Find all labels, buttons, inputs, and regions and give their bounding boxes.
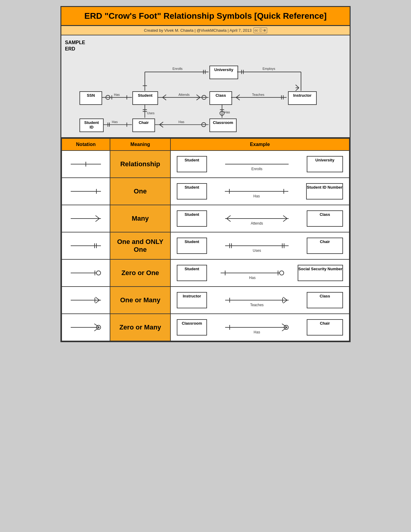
svg-line-73 bbox=[227, 219, 231, 222]
svg-line-29 bbox=[296, 85, 299, 88]
table-row: One or ManyInstructorTeachesClass bbox=[62, 287, 349, 314]
notation-cell bbox=[62, 151, 110, 178]
svg-line-46 bbox=[160, 122, 163, 125]
svg-line-13 bbox=[196, 97, 200, 100]
svg-line-100 bbox=[283, 297, 287, 300]
svg-line-35 bbox=[236, 97, 240, 100]
entity-class: Class bbox=[209, 91, 232, 105]
example-area: StudentHasStudent ID Number bbox=[177, 182, 343, 200]
example-right-entity: Class bbox=[307, 210, 343, 227]
meaning-cell: Zero or One bbox=[110, 259, 170, 287]
svg-text:Has: Has bbox=[114, 93, 120, 96]
header-example: Example bbox=[170, 138, 349, 151]
svg-text:Teaches: Teaches bbox=[252, 93, 264, 96]
example-left-entity: Student bbox=[177, 210, 207, 227]
table-row: Zero or ManyClassroomHasChair bbox=[62, 314, 349, 341]
example-cell: StudentHasStudent ID Number bbox=[170, 178, 349, 205]
svg-text:Attends: Attends bbox=[179, 93, 190, 96]
example-cell: InstructorTeachesClass bbox=[170, 287, 349, 314]
svg-line-66 bbox=[95, 219, 99, 222]
example-connector: Attends bbox=[207, 209, 307, 228]
table-row: Zero or OneStudentHasSocial Security Num… bbox=[62, 259, 349, 287]
svg-text:Has: Has bbox=[253, 194, 260, 198]
notation-cell bbox=[62, 205, 110, 232]
example-connector: Enrolls bbox=[207, 155, 307, 173]
example-connector: Uses bbox=[207, 237, 307, 255]
svg-line-101 bbox=[283, 300, 287, 303]
svg-line-15 bbox=[163, 95, 166, 97]
svg-line-12 bbox=[196, 95, 200, 97]
example-area: StudentAttendsClass bbox=[177, 209, 343, 228]
subtitle-bar: Created by Vivek M. Chawla | @VivekMChaw… bbox=[61, 26, 350, 35]
entity-ssn: SSN bbox=[79, 91, 102, 105]
notation-cell bbox=[62, 287, 110, 314]
example-connector: Teaches bbox=[207, 291, 307, 309]
table-row: RelationshipStudentEnrollsUniversity bbox=[62, 151, 349, 178]
svg-point-1 bbox=[106, 95, 110, 99]
example-cell: ClassroomHasChair bbox=[170, 314, 349, 341]
example-left-entity: Student bbox=[177, 265, 207, 281]
example-area: ClassroomHasChair bbox=[177, 318, 343, 336]
svg-text:Teaches: Teaches bbox=[250, 303, 264, 307]
page-title: ERD "Crow's Foot" Relationship Symbols [… bbox=[67, 11, 344, 21]
example-area: StudentHasSocial Security Number bbox=[177, 264, 343, 282]
svg-line-70 bbox=[283, 219, 287, 222]
reference-table: Notation Meaning Example RelationshipStu… bbox=[61, 138, 350, 341]
svg-line-95 bbox=[95, 297, 99, 300]
example-right-entity: Chair bbox=[307, 238, 343, 254]
entity-studentid: Student ID bbox=[79, 118, 104, 132]
example-left-entity: Classroom bbox=[177, 319, 207, 336]
example-area: InstructorTeachesClass bbox=[177, 291, 343, 309]
svg-line-72 bbox=[227, 216, 231, 219]
example-connector: Has bbox=[207, 264, 298, 282]
erd-area: SAMPLEERD SSN Student ID Student Chair U… bbox=[61, 35, 350, 138]
license-icons: cc ⓘ ⊗ bbox=[254, 28, 267, 33]
svg-text:Has: Has bbox=[254, 330, 260, 334]
example-cell: StudentAttendsClass bbox=[170, 205, 349, 232]
svg-text:Employs: Employs bbox=[263, 67, 275, 70]
example-connector: Has bbox=[207, 182, 306, 200]
notation-cell bbox=[62, 232, 110, 259]
example-connector: Has bbox=[207, 318, 307, 336]
table-header-row: Notation Meaning Example bbox=[62, 138, 349, 151]
example-right-entity: Class bbox=[307, 292, 343, 308]
example-right-entity: Student ID Number bbox=[306, 183, 343, 199]
svg-text:Uses: Uses bbox=[147, 111, 154, 115]
svg-text:Has: Has bbox=[224, 110, 230, 114]
example-left-entity: Student bbox=[177, 183, 207, 199]
notation-cell bbox=[62, 178, 110, 205]
meaning-cell: One bbox=[110, 178, 170, 205]
example-area: StudentUsesChair bbox=[177, 237, 343, 255]
svg-point-86 bbox=[96, 271, 101, 275]
header-meaning: Meaning bbox=[110, 138, 170, 151]
entity-university: University bbox=[209, 66, 238, 79]
example-right-entity: Social Security Number bbox=[298, 265, 343, 281]
meaning-cell: Many bbox=[110, 205, 170, 232]
svg-line-47 bbox=[160, 125, 163, 127]
table-row: One and ONLY OneStudentUsesChair bbox=[62, 232, 349, 259]
meaning-cell: Zero or Many bbox=[110, 314, 170, 341]
example-cell: StudentUsesChair bbox=[170, 232, 349, 259]
example-left-entity: Student bbox=[177, 156, 207, 172]
svg-text:Has: Has bbox=[249, 276, 255, 280]
svg-line-96 bbox=[95, 300, 99, 303]
svg-point-45 bbox=[202, 122, 206, 127]
entity-student: Student bbox=[132, 91, 158, 105]
example-left-entity: Student bbox=[177, 238, 207, 254]
svg-text:Attends: Attends bbox=[251, 221, 263, 225]
svg-line-34 bbox=[236, 95, 240, 97]
svg-text:Enrolls: Enrolls bbox=[173, 67, 183, 70]
svg-point-51 bbox=[220, 111, 224, 115]
svg-point-11 bbox=[202, 95, 206, 99]
meaning-cell: Relationship bbox=[110, 151, 170, 178]
svg-line-65 bbox=[95, 216, 99, 219]
erd-connectors: Has Has Attends bbox=[61, 35, 350, 137]
notation-cell bbox=[62, 259, 110, 287]
meaning-cell: One and ONLY One bbox=[110, 232, 170, 259]
entity-instructor: Instructor bbox=[288, 91, 317, 105]
entity-chair: Chair bbox=[132, 118, 155, 132]
svg-text:Uses: Uses bbox=[253, 248, 261, 253]
entity-classroom: Classroom bbox=[209, 118, 237, 132]
table-row: ManyStudentAttendsClass bbox=[62, 205, 349, 232]
example-area: StudentEnrollsUniversity bbox=[177, 155, 343, 173]
